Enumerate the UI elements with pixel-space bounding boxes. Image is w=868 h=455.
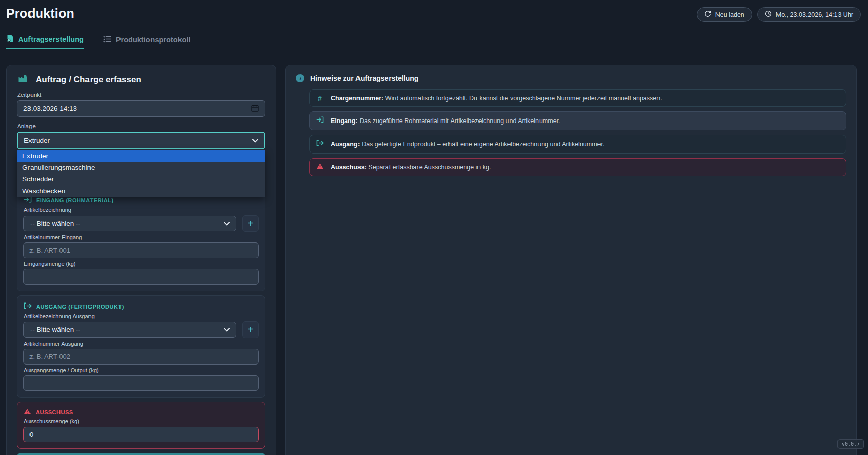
tab-label: Auftragserstellung [18,35,84,43]
ausschuss-menge-label: Ausschussmenge (kg) [24,418,259,425]
hint-text: Ausschuss: Separat erfassbare Ausschussm… [331,163,491,171]
zeitpunkt-input[interactable]: 23.03.2026 14:13 [17,100,265,117]
dropdown-option-granulierungsmaschine[interactable]: Granulierungsmaschine [17,162,265,173]
tab-auftragserstellung[interactable]: Auftragserstellung [6,34,84,49]
chevron-down-icon [252,137,258,144]
eingang-header-label: EINGANG (ROHMATERIAL) [36,197,114,203]
hints-title-row: i Hinweise zur Auftragserstellung [296,74,846,82]
ausgang-section-header: AUSGANG (FERTIGPRODUKT) [24,302,259,311]
warning-icon [316,163,324,172]
eingang-section: EINGANG (ROHMATERIAL) Artikelbezeichnung… [17,189,265,291]
hint-ausgang: Ausgang: Das gefertigte Endprodukt – erh… [309,135,846,154]
hint-chargennummer: # Chargennummer: Wird automatisch fortge… [309,89,846,107]
app-header: Produktion Neu laden Mo., 23.03.2026, 14… [0,0,868,27]
eingang-artikelnummer-label: Artikelnummer Eingang [24,234,259,241]
reload-button-label: Neu laden [715,11,744,18]
file-badge-icon [6,34,14,44]
ausgang-select-row: -- Bitte wählen -- + [23,321,259,338]
dropdown-option-extruder[interactable]: Extruder [17,150,265,162]
arrow-in-icon [316,116,324,126]
eingang-artikelbezeichnung-value: -- Bitte wählen -- [30,220,80,227]
ausgang-menge-label: Ausgangsmenge / Output (kg) [24,367,259,374]
eingang-menge-input[interactable] [23,269,259,285]
zeitpunkt-value: 23.03.2026 14:13 [23,105,77,112]
refresh-icon [704,10,711,19]
ausgang-artikelbezeichnung-value: -- Bitte wählen -- [30,326,80,333]
ausgang-artikelbezeichnung-label: Artikelbezeichnung Ausgang [24,313,259,320]
current-datetime-button[interactable]: Mo., 23.03.2026, 14:13 Uhr [757,7,861,22]
anlage-label: Anlage [17,123,265,130]
tab-bar: Auftragserstellung Produktionsprotokoll [0,27,868,49]
eingang-artikelbezeichnung-label: Artikelbezeichnung [24,207,259,214]
anlage-select-wrap: Extruder Extruder Granulierungsmaschine … [17,132,265,149]
ausgang-section: AUSGANG (FERTIGPRODUKT) Artikelbezeichnu… [17,295,265,398]
list-check-icon [103,35,111,44]
anlage-dropdown: Extruder Granulierungsmaschine Schredder… [17,149,265,197]
hint-text: Eingang: Das zugeführte Rohmaterial mit … [331,117,560,125]
hint-ausschuss: Ausschuss: Separat erfassbare Ausschussm… [309,158,846,176]
main-content: Auftrag / Charge erfassen Zeitpunkt 23.0… [0,49,868,455]
reload-button[interactable]: Neu laden [697,7,752,22]
warning-icon [24,408,31,416]
tab-label: Produktionsprotokoll [116,36,191,44]
current-datetime-label: Mo., 23.03.2026, 14:13 Uhr [776,11,853,18]
dropdown-option-schredder[interactable]: Schredder [17,173,265,185]
ausgang-header-label: AUSGANG (FERTIGPRODUKT) [36,304,124,310]
ausgang-artikelnummer-input[interactable] [23,349,259,365]
plus-icon: + [248,324,254,336]
eingang-artikelbezeichnung-select[interactable]: -- Bitte wählen -- [23,216,236,231]
hint-list: # Chargennummer: Wird automatisch fortge… [309,89,846,176]
ausschuss-section: AUSSCHUSS Ausschussmenge (kg) [17,402,265,449]
hints-title: Hinweise zur Auftragserstellung [310,74,418,82]
zeitpunkt-label: Zeitpunkt [17,92,265,98]
hint-text: Ausgang: Das gefertigte Endprodukt – erh… [331,140,605,148]
ausschuss-header-label: AUSSCHUSS [36,409,73,415]
anlage-selected-value: Extruder [24,137,50,144]
anlage-select[interactable]: Extruder [17,132,265,149]
plus-icon: + [248,218,254,229]
version-badge: v0.0.7 [837,439,864,449]
ausgang-add-article-button[interactable]: + [242,321,259,338]
hint-text: Chargennummer: Wird automatisch fortgezä… [331,94,662,102]
eingang-add-article-button[interactable]: + [242,215,259,232]
ausgang-artikelnummer-label: Artikelnummer Ausgang [24,341,259,347]
ausschuss-section-header: AUSSCHUSS [24,408,259,416]
eingang-menge-label: Eingangsmenge (kg) [24,261,259,267]
form-title: Auftrag / Charge erfassen [36,75,141,85]
ausschuss-menge-input[interactable] [23,427,259,442]
dropdown-option-waschbecken[interactable]: Waschbecken [17,185,265,197]
hint-eingang: Eingang: Das zugeführte Rohmaterial mit … [309,111,846,130]
eingang-select-row: -- Bitte wählen -- + [23,215,259,232]
page-title: Produktion [6,6,74,21]
ausgang-menge-input[interactable] [23,375,259,391]
ausgang-artikelbezeichnung-select[interactable]: -- Bitte wählen -- [23,322,236,338]
calendar-icon[interactable] [251,104,259,113]
factory-icon [18,74,28,85]
form-title-row: Auftrag / Charge erfassen [18,74,265,85]
order-form-card: Auftrag / Charge erfassen Zeitpunkt 23.0… [6,65,276,455]
clock-icon [765,10,772,19]
header-actions: Neu laden Mo., 23.03.2026, 14:13 Uhr [697,7,861,22]
save-charge-button[interactable]: Charge speichern [17,453,265,455]
chevron-down-icon [224,326,230,333]
hash-icon: # [316,94,324,102]
info-icon: i [296,74,304,82]
arrow-out-icon [24,302,32,311]
eingang-artikelnummer-input[interactable] [23,242,259,258]
arrow-out-icon [316,139,324,149]
tab-produktionsprotokoll[interactable]: Produktionsprotokoll [103,34,191,49]
chevron-down-icon [224,220,230,227]
hints-card: i Hinweise zur Auftragserstellung # Char… [285,65,857,455]
